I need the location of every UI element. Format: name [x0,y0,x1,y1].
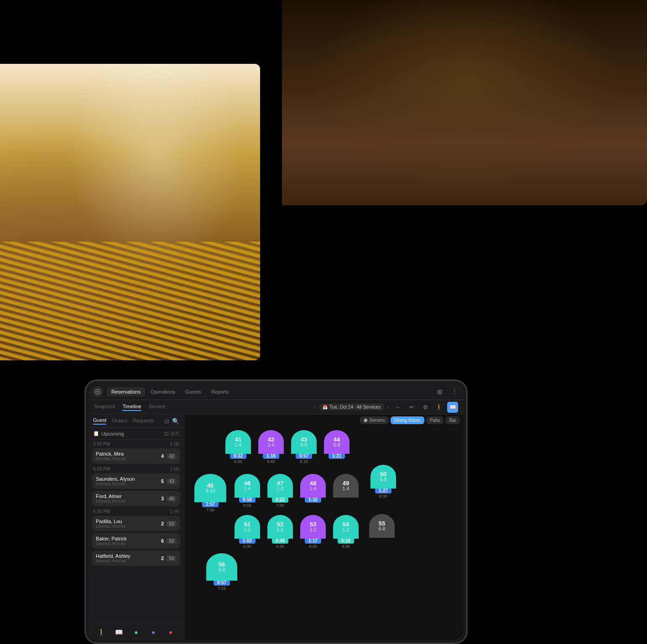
servers-filter[interactable]: ⬟ Servers [360,416,388,424]
swap-icon[interactable]: ↔ [392,402,403,413]
bar-filter[interactable]: Bar [445,416,460,424]
top-nav: Reservations Operations Guests Reports ⊞… [89,384,464,400]
app-logo [92,386,103,397]
time-slot-615: 6:15 PM 1 (4) [89,465,184,473]
bottom-book-icon[interactable]: 📖 [113,626,125,639]
nav-tab-reservations[interactable]: Reservations [107,387,145,396]
table-52[interactable]: 52 1-2 0:48 6:30 [267,515,293,549]
nav-tabs: Reservations Operations Guests Reports [107,387,434,396]
edit-icon[interactable]: ✏ [406,402,417,413]
left-tab-icons: ⊟ 🔍 [164,418,179,425]
left-tab-orders[interactable]: Orders [112,418,127,424]
reservation-padilla[interactable]: Padilla, Lou DINING ROOM 2 53 [92,516,180,531]
date-prev-btn[interactable]: ‹ [314,404,316,410]
left-tab-guest[interactable]: Guest [93,417,106,425]
date-nav: ‹ 📅 Tue, Oct 24 · All Services › [314,404,389,410]
time-slot-630: 6:30 PM 1 (4) [89,507,184,515]
upcoming-header: 📋 Upcoming 22 (67) [89,428,184,440]
reservation-ford[interactable]: Ford, Almer DINING ROOM 3 46 [92,491,180,506]
table-49[interactable]: 49 1-4 [333,474,359,498]
room-filters: ⬟ Servers Dining Room Patio Bar [360,416,460,424]
upcoming-label: 📋 Upcoming [93,431,124,436]
sub-nav-tabs: Snapshot Timeline Service [94,404,314,411]
left-panel-tabs: Guest Orders Requests ⊟ 🔍 [89,415,184,428]
table-41[interactable]: 41 1-4 0:32 6:30 [225,430,251,464]
floor-panel: ⬟ Servers Dining Room Patio Bar 41 1-4 0… [184,415,464,640]
food-photo [0,64,260,360]
res-info: Patrick, Mira DINING ROOM [96,451,161,461]
table-45[interactable]: 45 8-10 1:57 7:30 [194,474,226,512]
settings-icon[interactable]: ⚙ [420,402,431,413]
patio-filter[interactable]: Patio [426,416,444,424]
book-icon[interactable]: 📖 [447,402,458,413]
table-53[interactable]: 53 1-2 1:17 6:30 [300,515,326,549]
date-display[interactable]: 📅 Tue, Oct 24 · All Services [319,404,384,410]
tablet-device: Reservations Operations Guests Reports ⊞… [84,379,468,644]
bottom-purple-icon[interactable]: ● [147,626,160,639]
bottom-red-icon[interactable]: ● [164,626,177,639]
tab-timeline[interactable]: Timeline [122,404,141,411]
search-icon[interactable]: 🔍 [172,418,179,425]
reservation-baker[interactable]: Baker, Patrick DINING ROOM 6 50 [92,533,180,549]
table-55[interactable]: 55 6-8 [369,514,395,538]
tab-service[interactable]: Service [149,404,166,411]
sub-nav-icons: ↔ ✏ ⚙ 🚶 📖 [392,402,458,413]
table-51[interactable]: 51 1-2 1:02 6:30 [235,515,260,549]
bottom-nav: 🚶 📖 ● ● ● [89,623,184,640]
left-panel: Guest Orders Requests ⊟ 🔍 📋 Upcoming 22 … [89,415,184,640]
res-info: Padilla, Lou DINING ROOM [96,519,161,529]
date-next-btn[interactable]: › [387,404,389,410]
nav-tab-reports[interactable]: Reports [207,387,234,396]
walk-icon[interactable]: 🚶 [433,402,444,413]
filter-icon[interactable]: ⊟ [164,418,169,425]
reservation-hatfield[interactable]: Hatfield, Ashley DINING ROOM 2 54 [92,551,180,566]
chef-photo [282,0,647,205]
table-48[interactable]: 48 1-4 1:32 [300,474,326,503]
tab-snapshot[interactable]: Snapshot [94,404,115,411]
table-47[interactable]: 47 1-2 0:22 7:30 [267,474,293,508]
table-56[interactable]: 56 6-8 0:57 7:15 [206,553,237,591]
time-slot-545: 5:45 PM 1 (4) [89,440,184,447]
table-44[interactable]: 44 6-8 1:21 [324,430,350,459]
left-tab-requests[interactable]: Requests [133,418,154,424]
res-info: Baker, Patrick DINING ROOM [96,536,161,546]
nav-tab-guests[interactable]: Guests [181,387,206,396]
upcoming-count: 22 (67) [163,431,179,436]
table-42[interactable]: 42 1-4 1:16 5:45 [258,430,284,464]
res-info: Hatfield, Ashley DINING ROOM [96,553,161,563]
res-info: Ford, Almer DINING ROOM [96,493,161,504]
sub-nav: Snapshot Timeline Service ‹ 📅 Tue, Oct 2… [89,400,464,415]
table-50[interactable]: 50 6-8 1:27 6:30 [370,465,396,499]
reservation-saunders[interactable]: Saunders, Alyson DINING ROOM 5 43 [92,473,180,489]
nav-right-icons: ⊞ ⋮ [434,386,460,397]
bottom-green-icon[interactable]: ● [130,626,142,639]
tablet-screen: Reservations Operations Guests Reports ⊞… [89,384,464,640]
res-info: Saunders, Alyson DINING ROOM [96,476,161,486]
table-43[interactable]: 43 6-8 0:57 6:15 [291,430,317,464]
table-46[interactable]: 46 1-4 0:58 6:15 [235,474,260,508]
bottom-walk-icon[interactable]: 🚶 [95,626,108,639]
grid-icon[interactable]: ⊞ [434,386,445,397]
table-54[interactable]: 54 1-2 0:18 6:30 [333,515,359,549]
reservation-patrick-mira[interactable]: Patrick, Mira DINING ROOM 4 42 [92,448,180,464]
dining-room-filter[interactable]: Dining Room [391,416,424,424]
main-content: Guest Orders Requests ⊟ 🔍 📋 Upcoming 22 … [89,415,464,640]
more-icon[interactable]: ⋮ [449,386,460,397]
nav-tab-operations[interactable]: Operations [146,387,180,396]
hatfield-badge: 54 [167,556,177,561]
